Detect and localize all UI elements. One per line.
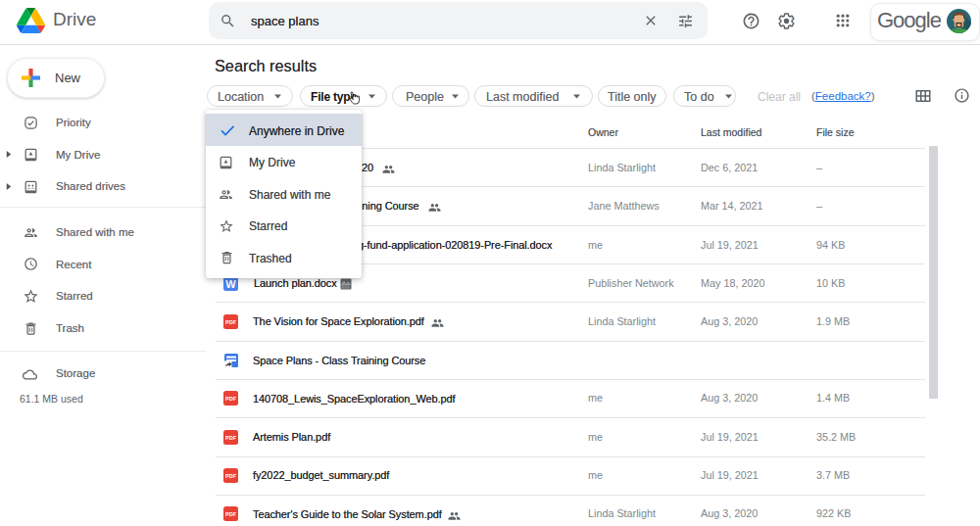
svg-text:PDF: PDF xyxy=(225,396,237,402)
svg-text:PDF: PDF xyxy=(225,473,237,479)
svg-text:PDF: PDF xyxy=(225,435,237,441)
svg-text:PDF: PDF xyxy=(225,319,237,325)
svg-text:W: W xyxy=(225,278,236,290)
svg-text:PDF: PDF xyxy=(225,511,237,517)
